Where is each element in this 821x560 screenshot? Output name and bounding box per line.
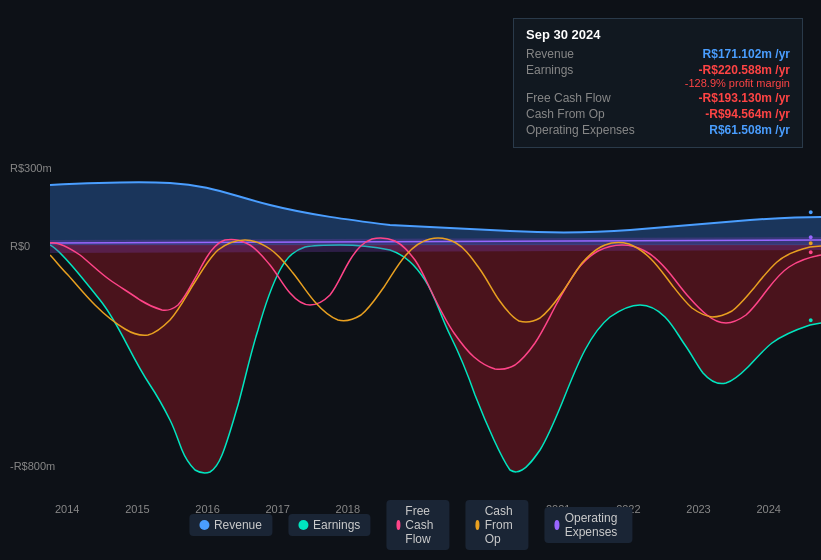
chart-legend: Revenue Earnings Free Cash Flow Cash Fro… (189, 500, 632, 550)
legend-fcf-dot (396, 520, 400, 530)
svg-text:●: ● (808, 207, 813, 217)
svg-text:●: ● (808, 247, 813, 257)
x-label-2014: 2014 (55, 503, 79, 515)
legend-fcf-label: Free Cash Flow (405, 504, 439, 546)
tooltip-revenue-row: Revenue R$171.102m /yr (526, 47, 790, 61)
legend-cashfromop-label: Cash From Op (485, 504, 519, 546)
tooltip-date: Sep 30 2024 (526, 27, 790, 42)
tooltip-opex-row: Operating Expenses R$61.508m /yr (526, 123, 790, 137)
legend-revenue: Revenue (189, 514, 272, 536)
tooltip-earnings-row: Earnings -R$220.588m /yr (526, 63, 790, 77)
svg-text:●: ● (808, 315, 813, 325)
chart-area: ● ● ● ● ● (0, 155, 821, 475)
tooltip-revenue-value: R$171.102m /yr (703, 47, 790, 61)
legend-opex-dot (554, 520, 559, 530)
tooltip-cashfromop-value: -R$94.564m /yr (705, 107, 790, 121)
tooltip-cashfromop-row: Cash From Op -R$94.564m /yr (526, 107, 790, 121)
tooltip-fcf-label: Free Cash Flow (526, 91, 611, 105)
legend-fcf: Free Cash Flow (386, 500, 449, 550)
chart-svg: ● ● ● ● ● (0, 155, 821, 475)
x-label-2023: 2023 (686, 503, 710, 515)
legend-revenue-label: Revenue (214, 518, 262, 532)
tooltip-opex-value: R$61.508m /yr (709, 123, 790, 137)
x-label-2024: 2024 (756, 503, 780, 515)
tooltip-opex-label: Operating Expenses (526, 123, 635, 137)
tooltip-cashfromop-label: Cash From Op (526, 107, 605, 121)
tooltip-revenue-label: Revenue (526, 47, 574, 61)
tooltip-profit-margin-value: -128.9% profit margin (685, 77, 790, 89)
legend-cashfromop-dot (475, 520, 479, 530)
legend-revenue-dot (199, 520, 209, 530)
legend-opex: Operating Expenses (544, 507, 632, 543)
legend-cashfromop: Cash From Op (465, 500, 528, 550)
x-label-2015: 2015 (125, 503, 149, 515)
tooltip-fcf-value: -R$193.130m /yr (699, 91, 790, 105)
tooltip-fcf-row: Free Cash Flow -R$193.130m /yr (526, 91, 790, 105)
svg-text:●: ● (808, 232, 813, 242)
tooltip-earnings-value: -R$220.588m /yr (699, 63, 790, 77)
legend-earnings-dot (298, 520, 308, 530)
legend-opex-label: Operating Expenses (565, 511, 622, 539)
legend-earnings: Earnings (288, 514, 370, 536)
legend-earnings-label: Earnings (313, 518, 360, 532)
tooltip-profit-margin: -128.9% profit margin (526, 77, 790, 89)
tooltip-earnings-label: Earnings (526, 63, 573, 77)
tooltip-panel: Sep 30 2024 Revenue R$171.102m /yr Earni… (513, 18, 803, 148)
